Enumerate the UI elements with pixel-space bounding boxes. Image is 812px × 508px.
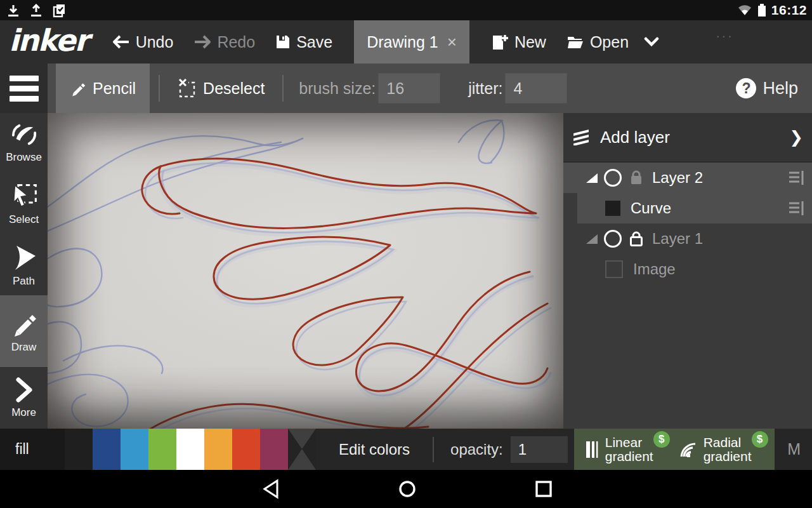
jitter-input[interactable] <box>505 73 567 104</box>
overflow-dots-icon[interactable]: ··· <box>716 28 733 44</box>
document-tab[interactable]: Drawing 1 × <box>354 20 469 64</box>
layer-name: Curve <box>631 199 671 217</box>
layer-visibility-toggle[interactable] <box>604 230 622 248</box>
layer-menu-icon[interactable] <box>788 170 804 185</box>
radial-gradient-button[interactable]: Radial gradient $ <box>674 432 768 466</box>
battery-icon <box>757 3 766 18</box>
draw-pencil-icon <box>10 309 38 337</box>
new-button[interactable]: New <box>481 20 556 64</box>
layer-name: Image <box>633 260 676 278</box>
back-button[interactable] <box>261 479 280 499</box>
save-button[interactable]: Save <box>265 20 343 64</box>
expand-triangle-icon[interactable] <box>586 234 598 244</box>
color-swatch[interactable] <box>176 429 204 470</box>
download-icon <box>6 4 20 18</box>
upload-icon <box>29 4 43 18</box>
pencil-tool-button[interactable]: Pencil <box>56 64 150 113</box>
hamburger-menu-button[interactable] <box>0 64 48 113</box>
recents-button[interactable] <box>534 479 553 499</box>
radial-gradient-icon <box>679 440 698 459</box>
help-button[interactable]: ? Help <box>732 64 802 113</box>
layers-panel: Add layer ❯ Layer 2 Curve Layer 1 <box>563 113 812 429</box>
no-color-x-icon <box>288 429 316 470</box>
image-layer-swatch[interactable] <box>605 260 623 278</box>
help-icon: ? <box>736 78 756 98</box>
undo-button[interactable]: Undo <box>102 20 184 64</box>
tab-close-icon[interactable]: × <box>447 32 457 52</box>
radial-gradient-label-2: gradient <box>704 450 752 463</box>
new-file-icon <box>491 33 509 51</box>
layer-row-layer2[interactable]: Layer 2 <box>563 163 812 193</box>
hamburger-bar <box>10 96 39 102</box>
layer-visibility-toggle[interactable] <box>604 169 622 187</box>
open-label: Open <box>590 33 629 51</box>
expand-triangle-icon[interactable] <box>586 173 598 183</box>
layer-menu-icon[interactable] <box>788 201 804 216</box>
toolbar-divider <box>282 75 284 102</box>
color-swatch[interactable] <box>65 429 93 470</box>
color-swatch[interactable] <box>204 429 232 470</box>
browse-icon <box>11 122 37 147</box>
deselect-label: Deselect <box>203 79 265 98</box>
wifi-icon <box>737 3 752 17</box>
pencil-label: Pencil <box>93 79 136 98</box>
sidebar-item-more[interactable]: More <box>0 367 48 429</box>
opacity-input[interactable] <box>511 436 568 463</box>
color-swatch[interactable] <box>93 429 121 470</box>
save-floppy-icon <box>275 34 291 50</box>
add-layer-button[interactable]: Add layer ❯ <box>563 113 812 163</box>
brush-size-input[interactable] <box>378 73 440 104</box>
chevron-right-icon: ❯ <box>789 128 803 147</box>
sidebar-item-browse[interactable]: Browse <box>0 113 48 173</box>
save-label: Save <box>296 33 332 51</box>
tab-title: Drawing 1 <box>367 33 438 51</box>
layer-row-curve[interactable]: Curve <box>563 193 812 224</box>
open-button[interactable]: Open <box>556 20 639 64</box>
sidebar-label: Select <box>9 213 39 226</box>
linear-gradient-icon <box>586 440 599 459</box>
help-label: Help <box>763 79 798 98</box>
red-vector-curves <box>142 159 547 429</box>
curve-color-swatch[interactable] <box>605 201 620 216</box>
pencil-smudge-strokes <box>161 164 549 397</box>
open-folder-icon <box>566 34 584 50</box>
linear-gradient-button[interactable]: Linear gradient $ <box>580 432 670 466</box>
sidebar-item-draw[interactable]: Draw <box>0 295 48 367</box>
edit-colors-button[interactable]: Edit colors <box>316 429 433 470</box>
lock-icon[interactable] <box>628 170 645 186</box>
color-swatch[interactable] <box>260 429 288 470</box>
brush-size-label: brush size: <box>299 79 376 98</box>
sidebar-item-select[interactable]: Select <box>0 173 48 235</box>
paid-badge: $ <box>752 431 768 448</box>
opacity-control: opacity: <box>434 429 574 470</box>
home-button[interactable] <box>397 479 417 499</box>
deselect-button[interactable]: Deselect <box>164 64 278 113</box>
no-color-swatch[interactable] <box>288 429 316 470</box>
color-swatch[interactable] <box>148 429 176 470</box>
layer-name: Layer 2 <box>652 169 703 187</box>
sidebar-label: Browse <box>6 151 42 164</box>
clock: 16:12 <box>771 3 807 18</box>
swatch-row <box>65 429 288 470</box>
hamburger-bar <box>10 76 39 81</box>
fill-mode-label[interactable]: fill <box>0 429 65 470</box>
linear-gradient-label-1: Linear <box>605 436 653 449</box>
layer-row-layer1[interactable]: Layer 1 <box>563 224 812 254</box>
color-swatch[interactable] <box>232 429 260 470</box>
layer-row-image[interactable]: Image <box>563 254 812 284</box>
app-toolbar: inker Undo Redo Save Drawing 1 × N <box>0 20 812 64</box>
pencil-icon <box>70 80 86 97</box>
redo-arrow-icon <box>193 34 211 50</box>
chevron-down-icon <box>644 37 659 47</box>
add-layer-label: Add layer <box>600 128 670 147</box>
color-swatch[interactable] <box>121 429 148 470</box>
linear-gradient-label-2: gradient <box>605 450 653 463</box>
redo-button[interactable]: Redo <box>183 20 265 64</box>
drawing-canvas[interactable] <box>48 113 563 429</box>
file-menu-chevron[interactable] <box>639 20 664 64</box>
sidebar-item-path[interactable]: Path <box>0 235 48 295</box>
android-nav-bar <box>0 470 812 508</box>
lock-icon[interactable] <box>628 231 645 247</box>
deselect-icon <box>178 79 197 98</box>
gradient-panel: Linear gradient $ Radial gradient $ <box>574 429 775 470</box>
